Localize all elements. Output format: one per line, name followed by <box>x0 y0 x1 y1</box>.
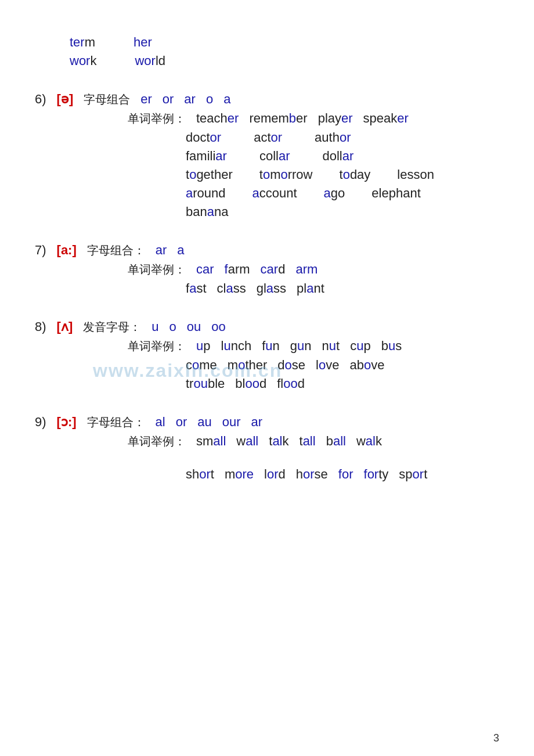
example-label-7: 单词举例： <box>128 262 186 278</box>
word-account: account <box>252 186 297 201</box>
word-card: card <box>261 262 286 277</box>
word-actor: actor <box>254 130 282 145</box>
word-cup: cup <box>350 339 371 354</box>
phonetic-8: [ʌ] <box>57 319 73 334</box>
word-blood: blood <box>235 376 266 391</box>
word-today: today <box>340 167 371 182</box>
top-section: term her work world <box>35 35 499 69</box>
word-forty: forty <box>364 467 389 482</box>
zilabel-9: 字母组合： <box>87 415 145 430</box>
section6-row1: 单词举例： teacher remember player speaker <box>128 111 499 127</box>
word-fun: fun <box>262 339 280 354</box>
word-familiar: familiar <box>186 149 227 164</box>
word-above: above <box>349 358 384 373</box>
word-short: short <box>186 467 214 482</box>
num-7: 7) <box>35 243 46 258</box>
word-term: term <box>70 35 95 50</box>
zilabel-8: 发音字母： <box>83 319 141 335</box>
word-author: author <box>315 130 351 145</box>
word-more: more <box>225 467 254 482</box>
section6-row6: banana <box>186 204 499 219</box>
letter-ar-6: ar <box>184 92 196 107</box>
word-ago: ago <box>324 186 345 201</box>
word-sport: sport <box>399 467 427 482</box>
word-speaker: speaker <box>363 111 409 126</box>
section7-row2: fast class glass plant <box>186 281 499 296</box>
section-7: 7) [a:] 字母组合： ar a 单词举例： car farm card a… <box>35 243 499 296</box>
word-plant: plant <box>297 281 324 296</box>
section8-header: 8) [ʌ] 发音字母： u o ou oo <box>35 319 499 335</box>
section-6: 6) [ə] 字母组合 er or ar o a 单词举例： teacher r… <box>35 92 499 219</box>
word-bus: bus <box>381 339 402 354</box>
letter-oo-8: oo <box>211 319 225 334</box>
word-trouble: trouble <box>186 376 225 391</box>
section6-row5: around account ago elephant <box>186 186 499 201</box>
section6-row3: familiar collar dollar <box>186 149 499 164</box>
example-label-9: 单词举例： <box>128 434 186 449</box>
word-remember: remember <box>249 111 307 126</box>
section9-row3: short more lord horse for forty sport <box>186 467 499 482</box>
word-wall: wall <box>236 434 258 449</box>
word-car: car <box>196 262 214 277</box>
word-fast: fast <box>186 281 207 296</box>
top-line1: term her <box>70 35 499 50</box>
word-dose: dose <box>277 358 305 373</box>
word-farm: farm <box>225 262 250 277</box>
word-for: for <box>338 467 353 482</box>
word-around: around <box>186 186 226 201</box>
word-come: come <box>186 358 217 373</box>
letter-au-9: au <box>197 415 211 430</box>
example-label-6: 单词举例： <box>128 111 186 127</box>
section7-row1: 单词举例： car farm card arm <box>128 262 499 278</box>
spacer-9 <box>35 453 499 467</box>
word-player: player <box>318 111 353 126</box>
page-number: 3 <box>493 732 499 744</box>
section9-row1: 单词举例： small wall talk tall ball walk <box>128 434 499 449</box>
section7-header: 7) [a:] 字母组合： ar a <box>35 243 499 258</box>
word-tall: tall <box>300 434 316 449</box>
letter-ar-9: ar <box>251 415 263 430</box>
section-9: 9) [ɔ:] 字母组合： al or au our ar 单词举例： smal… <box>35 415 499 482</box>
section6-row4: together tomorrow today lesson <box>186 167 499 182</box>
word-talk: talk <box>269 434 288 449</box>
word-collar: collar <box>259 149 290 164</box>
phonetic-7: [a:] <box>57 243 77 258</box>
word-elephant: elephant <box>371 186 420 201</box>
letter-ou-8: ou <box>187 319 201 334</box>
section8-row1: 单词举例： up lunch fun gun nut cup bus <box>128 339 499 354</box>
letter-o-6: o <box>206 92 213 107</box>
letter-a-7: a <box>177 243 184 258</box>
word-together: together <box>186 167 233 182</box>
word-up: up <box>196 339 211 354</box>
word-banana: banana <box>186 204 228 219</box>
word-her: her <box>134 35 152 50</box>
word-world: world <box>135 53 165 69</box>
num-9: 9) <box>35 415 46 430</box>
word-gun: gun <box>290 339 312 354</box>
letter-our-9: our <box>222 415 241 430</box>
num-6: 6) <box>35 92 46 107</box>
word-nut: nut <box>322 339 340 354</box>
word-teacher: teacher <box>196 111 239 126</box>
zilabel-7: 字母组合： <box>87 243 145 258</box>
phonetic-9: [ɔ:] <box>57 415 77 430</box>
word-love: love <box>316 358 339 373</box>
letter-ar-7: ar <box>156 243 167 258</box>
letters-6: er <box>140 92 152 107</box>
word-tomorrow: tomorrow <box>259 167 313 182</box>
word-glass: glass <box>257 281 286 296</box>
word-mother: mother <box>228 358 268 373</box>
word-small: small <box>196 434 226 449</box>
word-doctor: doctor <box>186 130 221 145</box>
word-flood: flood <box>277 376 305 391</box>
word-class: class <box>217 281 246 296</box>
zilabel-6: 字母组合 <box>84 92 130 107</box>
word-walk: walk <box>356 434 382 449</box>
section6-row2: doctor actor author <box>186 130 499 145</box>
example-label-8: 单词举例： <box>128 339 186 354</box>
top-line2: work world <box>70 53 499 69</box>
word-lunch: lunch <box>221 339 252 354</box>
word-arm: arm <box>295 262 317 277</box>
letter-u-8: u <box>151 319 158 334</box>
section-8: 8) [ʌ] 发音字母： u o ou oo 单词举例： up lunch fu… <box>35 319 499 391</box>
